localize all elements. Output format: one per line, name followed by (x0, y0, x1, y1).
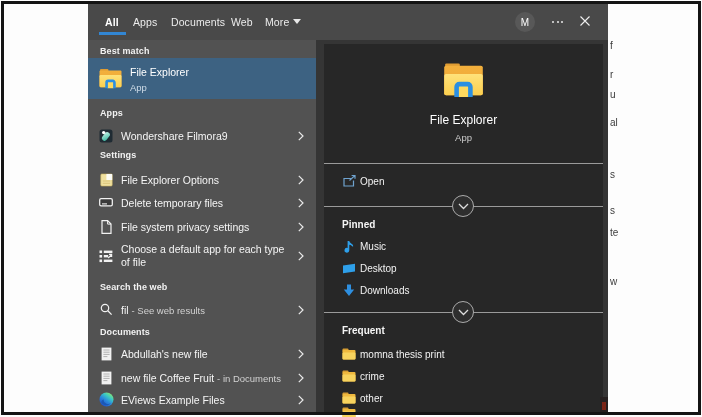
chevron-right-icon (298, 395, 304, 405)
open-icon (342, 174, 356, 188)
page-text-fragment: al (610, 117, 618, 128)
red-sliver (602, 402, 606, 410)
result-label: Delete temporary files (121, 197, 223, 209)
chevron-right-icon (298, 198, 304, 208)
user-avatar[interactable]: M (515, 12, 535, 32)
best-match-title: File Explorer (130, 66, 189, 78)
expand-actions-button[interactable] (452, 195, 474, 217)
result-row-choose-default-app[interactable]: Choose a default app for each type of fi… (88, 238, 316, 274)
music-icon (342, 239, 356, 253)
result-row-abdullahs-new-file[interactable]: Abdullah's new file (88, 342, 316, 365)
documents-section-header: Documents (100, 327, 150, 337)
result-row-file-explorer-options[interactable]: File Explorer Options (88, 168, 316, 191)
result-label: Choose a default app for each type of fi… (121, 243, 289, 269)
tab-web[interactable]: Web (231, 3, 253, 40)
text-document-icon (98, 370, 114, 386)
file-explorer-icon-large (443, 63, 484, 97)
search-icon (98, 302, 114, 318)
tab-apps[interactable]: Apps (133, 3, 157, 40)
chevron-right-icon (298, 373, 304, 383)
search-filter-bar: All Apps Documents Web More M (88, 3, 608, 40)
chevron-right-icon (298, 305, 304, 315)
frequent-item-label: momna thesis print (360, 349, 444, 360)
filmora-icon (98, 128, 114, 144)
tab-documents[interactable]: Documents (171, 3, 225, 40)
best-match-result[interactable]: File Explorer App (88, 58, 316, 99)
search-flyout: All Apps Documents Web More M Best match… (88, 3, 608, 414)
apps-section-header: Apps (100, 108, 123, 118)
pinned-header: Pinned (342, 219, 375, 230)
search-the-web-section-header: Search the web (100, 282, 167, 292)
screenshot-root: f r u al s s te w All Apps Documents Web… (0, 0, 702, 417)
page-image-sliver (600, 397, 608, 414)
document-outline-icon (98, 219, 114, 235)
tab-more[interactable]: More (265, 3, 289, 40)
storage-icon (98, 195, 114, 211)
preview-panel: File Explorer App Open Pinned (324, 44, 603, 414)
result-label: File Explorer Options (121, 174, 219, 186)
page-text-fragment: f (610, 40, 613, 51)
pinned-item-desktop[interactable]: Desktop (324, 257, 603, 279)
preview-title: File Explorer (324, 113, 603, 127)
eviews-icon (98, 392, 114, 408)
frequent-item-crime[interactable]: crime (324, 365, 603, 387)
result-label: File system privacy settings (121, 221, 249, 233)
chevron-right-icon (298, 251, 304, 261)
result-row-eviews-example-files[interactable]: EViews Example Files (88, 388, 316, 411)
chevron-right-icon (298, 222, 304, 232)
page-text-fragment: te (610, 227, 618, 238)
result-row-delete-temporary-files[interactable]: Delete temporary files (88, 191, 316, 214)
close-icon[interactable] (578, 14, 592, 28)
settings-section-header: Settings (100, 150, 136, 160)
frequent-header: Frequent (342, 325, 385, 336)
result-row-see-web-results[interactable]: fil - See web results (88, 298, 316, 321)
best-match-header: Best match (100, 46, 150, 56)
pinned-item-label: Downloads (360, 285, 409, 296)
chevron-down-icon[interactable] (293, 19, 301, 24)
ellipsis-icon[interactable] (552, 21, 563, 23)
chevron-right-icon (298, 175, 304, 185)
frequent-item-momna-thesis-print[interactable]: momna thesis print (324, 343, 603, 365)
dot (557, 21, 559, 23)
result-label: fil - See web results (121, 304, 205, 316)
result-row-file-system-privacy-settings[interactable]: File system privacy settings (88, 215, 316, 238)
result-label: EViews Example Files (121, 394, 225, 406)
chevron-right-icon (298, 349, 304, 359)
page-text-fragment: s (610, 205, 615, 216)
chevron-down-icon (458, 309, 469, 316)
open-label: Open (360, 176, 384, 187)
active-tab-indicator (99, 32, 126, 35)
desktop-icon (342, 261, 356, 275)
page-text-fragment: r (610, 69, 613, 80)
expand-pinned-button[interactable] (452, 301, 474, 323)
chevron-right-icon (298, 131, 304, 141)
frequent-item-label: crime (360, 371, 384, 382)
frequent-item-partial[interactable] (324, 402, 603, 417)
open-action[interactable]: Open (324, 170, 603, 192)
page-text-fragment: u (610, 89, 616, 100)
chevron-down-icon (458, 203, 469, 210)
folder-icon (342, 347, 356, 361)
pinned-item-label: Music (360, 241, 386, 252)
pinned-item-downloads[interactable]: Downloads (324, 279, 603, 301)
page-text-fragment: s (610, 169, 615, 180)
result-row-wondershare-filmora9[interactable]: Wondershare Filmora9 (88, 124, 316, 147)
downloads-icon (342, 283, 356, 297)
result-row-new-file-coffee-fruit[interactable]: new file Coffee Fruit - in Documents (88, 366, 316, 389)
text-document-icon (98, 346, 114, 362)
search-results-panel: Best match File Explorer App Apps Wonder… (88, 40, 316, 414)
result-label: Wondershare Filmora9 (121, 130, 228, 142)
divider (324, 163, 603, 164)
dot (561, 21, 563, 23)
pinned-item-music[interactable]: Music (324, 235, 603, 257)
dot (552, 21, 554, 23)
page-text-fragment: w (610, 276, 617, 287)
file-explorer-icon (99, 67, 122, 90)
folder-options-icon (98, 172, 114, 188)
best-match-subtitle: App (130, 82, 147, 93)
folder-icon (342, 369, 356, 383)
folder-icon (342, 406, 356, 417)
pinned-item-label: Desktop (360, 263, 397, 274)
result-label: new file Coffee Fruit - in Documents (121, 372, 281, 384)
default-apps-icon (98, 248, 114, 264)
